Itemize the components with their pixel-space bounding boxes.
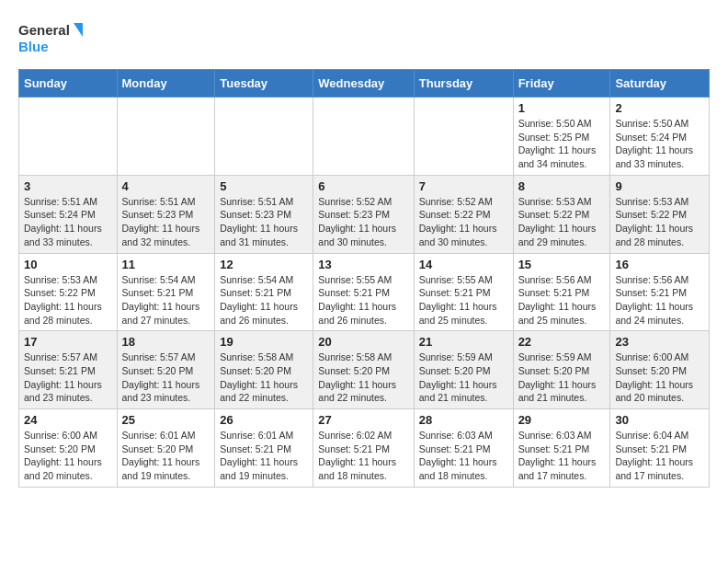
svg-marker-2: [74, 23, 83, 37]
day-info: Sunrise: 6:00 AMSunset: 5:20 PMDaylight:…: [24, 429, 112, 483]
calendar-cell: 15Sunrise: 5:56 AMSunset: 5:21 PMDayligh…: [513, 253, 610, 331]
day-number: 10: [24, 258, 112, 271]
day-info: Sunrise: 6:01 AMSunset: 5:20 PMDaylight:…: [122, 429, 210, 483]
svg-text:General: General: [18, 22, 70, 38]
day-number: 5: [220, 179, 308, 193]
day-info: Sunrise: 5:56 AMSunset: 5:21 PMDaylight:…: [615, 273, 704, 327]
calendar-cell: 2Sunrise: 5:50 AMSunset: 5:24 PMDaylight…: [610, 98, 710, 176]
day-number: 20: [318, 335, 408, 349]
day-number: 8: [518, 179, 606, 193]
calendar-cell: 11Sunrise: 5:54 AMSunset: 5:21 PMDayligh…: [117, 253, 215, 331]
calendar-cell: 13Sunrise: 5:55 AMSunset: 5:21 PMDayligh…: [313, 253, 414, 331]
day-number: 22: [518, 335, 606, 349]
day-info: Sunrise: 5:56 AMSunset: 5:21 PMDaylight:…: [518, 273, 606, 327]
day-number: 6: [318, 179, 408, 193]
calendar-cell: [215, 98, 313, 176]
day-number: 7: [419, 179, 508, 193]
calendar-header-cell: Tuesday: [215, 70, 313, 98]
day-number: 24: [24, 413, 112, 427]
calendar-cell: 4Sunrise: 5:51 AMSunset: 5:23 PMDaylight…: [117, 175, 215, 253]
calendar-table: SundayMondayTuesdayWednesdayThursdayFrid…: [18, 69, 710, 488]
day-number: 2: [615, 101, 704, 115]
calendar-cell: 9Sunrise: 5:53 AMSunset: 5:22 PMDaylight…: [610, 175, 710, 253]
day-number: 11: [122, 258, 210, 271]
day-number: 18: [122, 335, 210, 349]
day-number: 15: [518, 258, 606, 271]
calendar-header-cell: Friday: [513, 70, 610, 98]
calendar-cell: [313, 98, 414, 176]
calendar-cell: 6Sunrise: 5:52 AMSunset: 5:23 PMDaylight…: [313, 175, 414, 253]
calendar-cell: 28Sunrise: 6:03 AMSunset: 5:21 PMDayligh…: [414, 409, 513, 488]
calendar-cell: 30Sunrise: 6:04 AMSunset: 5:21 PMDayligh…: [610, 409, 710, 488]
day-info: Sunrise: 6:01 AMSunset: 5:21 PMDaylight:…: [220, 429, 308, 483]
day-info: Sunrise: 5:54 AMSunset: 5:21 PMDaylight:…: [220, 273, 308, 327]
day-info: Sunrise: 6:00 AMSunset: 5:20 PMDaylight:…: [615, 350, 704, 405]
calendar-cell: 17Sunrise: 5:57 AMSunset: 5:21 PMDayligh…: [19, 331, 118, 409]
calendar-cell: 16Sunrise: 5:56 AMSunset: 5:21 PMDayligh…: [610, 253, 710, 331]
calendar-cell: 18Sunrise: 5:57 AMSunset: 5:20 PMDayligh…: [117, 331, 215, 409]
calendar-header-cell: Monday: [117, 70, 215, 98]
calendar-cell: 21Sunrise: 5:59 AMSunset: 5:20 PMDayligh…: [414, 331, 513, 409]
calendar-cell: 25Sunrise: 6:01 AMSunset: 5:20 PMDayligh…: [117, 409, 215, 488]
day-number: 4: [122, 179, 210, 193]
day-info: Sunrise: 5:50 AMSunset: 5:24 PMDaylight:…: [615, 117, 704, 171]
calendar-cell: 12Sunrise: 5:54 AMSunset: 5:21 PMDayligh…: [215, 253, 313, 331]
day-info: Sunrise: 6:02 AMSunset: 5:21 PMDaylight:…: [318, 429, 408, 483]
calendar-cell: 29Sunrise: 6:03 AMSunset: 5:21 PMDayligh…: [513, 409, 610, 488]
day-info: Sunrise: 5:57 AMSunset: 5:20 PMDaylight:…: [122, 350, 210, 405]
day-number: 28: [419, 413, 508, 427]
day-info: Sunrise: 5:59 AMSunset: 5:20 PMDaylight:…: [518, 350, 606, 405]
day-number: 26: [220, 413, 308, 427]
calendar-header-cell: Thursday: [414, 70, 513, 98]
page: General Blue SundayMondayTuesdayWednesda…: [0, 0, 728, 497]
day-number: 13: [318, 258, 408, 271]
day-info: Sunrise: 5:53 AMSunset: 5:22 PMDaylight:…: [518, 195, 606, 249]
day-info: Sunrise: 5:53 AMSunset: 5:22 PMDaylight:…: [615, 195, 704, 249]
day-number: 23: [615, 335, 704, 349]
day-number: 9: [615, 179, 704, 193]
day-number: 19: [220, 335, 308, 349]
day-number: 14: [419, 258, 508, 271]
calendar-cell: 1Sunrise: 5:50 AMSunset: 5:25 PMDaylight…: [513, 98, 610, 176]
calendar-cell: 23Sunrise: 6:00 AMSunset: 5:20 PMDayligh…: [610, 331, 710, 409]
day-info: Sunrise: 5:57 AMSunset: 5:21 PMDaylight:…: [24, 350, 112, 405]
calendar-header-cell: Saturday: [610, 70, 710, 98]
calendar-cell: 3Sunrise: 5:51 AMSunset: 5:24 PMDaylight…: [19, 175, 118, 253]
calendar-cell: 26Sunrise: 6:01 AMSunset: 5:21 PMDayligh…: [215, 409, 313, 488]
day-number: 27: [318, 413, 408, 427]
calendar-cell: 8Sunrise: 5:53 AMSunset: 5:22 PMDaylight…: [513, 175, 610, 253]
svg-text:Blue: Blue: [18, 39, 49, 54]
day-number: 21: [419, 335, 508, 349]
day-number: 30: [615, 413, 704, 427]
day-info: Sunrise: 5:53 AMSunset: 5:22 PMDaylight:…: [24, 273, 112, 327]
day-info: Sunrise: 6:03 AMSunset: 5:21 PMDaylight:…: [419, 429, 508, 483]
day-info: Sunrise: 5:52 AMSunset: 5:23 PMDaylight:…: [318, 195, 408, 249]
calendar-cell: [117, 98, 215, 176]
calendar-cell: 24Sunrise: 6:00 AMSunset: 5:20 PMDayligh…: [19, 409, 118, 488]
calendar-header-cell: Sunday: [19, 70, 118, 98]
calendar-header-cell: Wednesday: [313, 70, 414, 98]
calendar-cell: 22Sunrise: 5:59 AMSunset: 5:20 PMDayligh…: [513, 331, 610, 409]
day-number: 29: [518, 413, 606, 427]
calendar-cell: 10Sunrise: 5:53 AMSunset: 5:22 PMDayligh…: [19, 253, 118, 331]
calendar-cell: [19, 98, 118, 176]
day-info: Sunrise: 5:55 AMSunset: 5:21 PMDaylight:…: [318, 273, 408, 327]
day-number: 12: [220, 258, 308, 271]
day-info: Sunrise: 5:59 AMSunset: 5:20 PMDaylight:…: [419, 350, 508, 405]
calendar-cell: 5Sunrise: 5:51 AMSunset: 5:23 PMDaylight…: [215, 175, 313, 253]
day-number: 16: [615, 258, 704, 271]
calendar-cell: 14Sunrise: 5:55 AMSunset: 5:21 PMDayligh…: [414, 253, 513, 331]
day-info: Sunrise: 5:58 AMSunset: 5:20 PMDaylight:…: [318, 350, 408, 405]
day-number: 1: [518, 101, 606, 115]
day-info: Sunrise: 5:51 AMSunset: 5:24 PMDaylight:…: [24, 195, 112, 249]
day-number: 17: [24, 335, 112, 349]
day-number: 3: [24, 179, 112, 193]
day-info: Sunrise: 5:51 AMSunset: 5:23 PMDaylight:…: [122, 195, 210, 249]
day-info: Sunrise: 6:04 AMSunset: 5:21 PMDaylight:…: [615, 429, 704, 483]
calendar-cell: 27Sunrise: 6:02 AMSunset: 5:21 PMDayligh…: [313, 409, 414, 488]
day-info: Sunrise: 6:03 AMSunset: 5:21 PMDaylight:…: [518, 429, 606, 483]
calendar-cell: 20Sunrise: 5:58 AMSunset: 5:20 PMDayligh…: [313, 331, 414, 409]
calendar-cell: 7Sunrise: 5:52 AMSunset: 5:22 PMDaylight…: [414, 175, 513, 253]
calendar-header-row: SundayMondayTuesdayWednesdayThursdayFrid…: [19, 70, 710, 98]
day-info: Sunrise: 5:54 AMSunset: 5:21 PMDaylight:…: [122, 273, 210, 327]
